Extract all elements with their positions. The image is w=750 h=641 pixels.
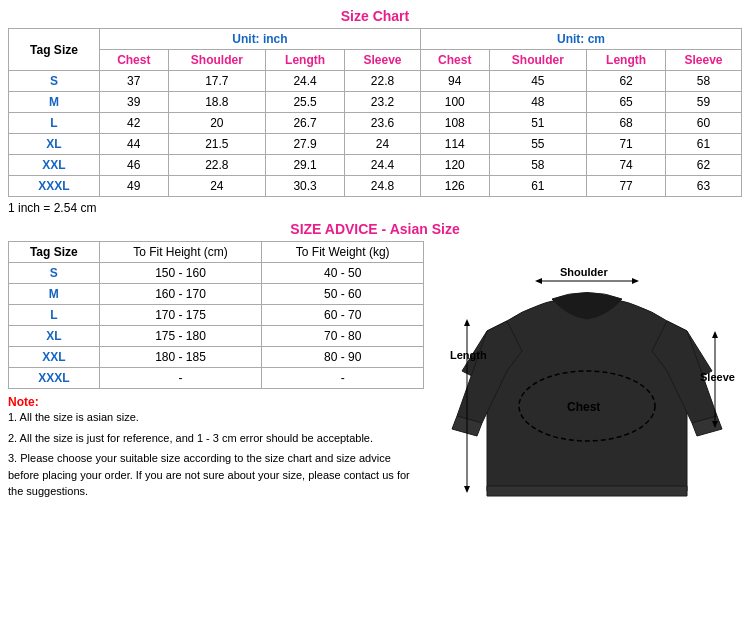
sweater-svg: Length Shoulder Chest Sleeve xyxy=(432,241,742,521)
cm-shoulder-cell: 61 xyxy=(489,176,587,197)
advice-weight-cell: - xyxy=(262,368,424,389)
advice-weight-cell: 80 - 90 xyxy=(262,347,424,368)
table-row: L 42 20 26.7 23.6 108 51 68 60 xyxy=(9,113,742,134)
notes-list: 1. All the size is asian size.2. All the… xyxy=(8,409,424,500)
inch-sleeve-cell: 23.6 xyxy=(345,113,421,134)
advice-tag-cell: S xyxy=(9,263,100,284)
one-inch-label: 1 inch = 2.54 cm xyxy=(8,201,742,215)
note-item: 1. All the size is asian size. xyxy=(8,409,424,426)
col-cm-shoulder: Shoulder xyxy=(489,50,587,71)
svg-marker-2 xyxy=(464,319,470,326)
table-row: XL 44 21.5 27.9 24 114 55 71 61 xyxy=(9,134,742,155)
size-advice-title: SIZE ADVICE - Asian Size xyxy=(8,221,742,237)
col-cm-sleeve: Sleeve xyxy=(666,50,742,71)
col-cm-length: Length xyxy=(587,50,666,71)
advice-tag-cell: XL xyxy=(9,326,100,347)
advice-tag-cell: XXL xyxy=(9,347,100,368)
cm-sleeve-cell: 60 xyxy=(666,113,742,134)
svg-marker-3 xyxy=(464,486,470,493)
inch-length-cell: 24.4 xyxy=(266,71,345,92)
inch-chest-cell: 39 xyxy=(99,92,168,113)
note-label: Note: xyxy=(8,395,39,409)
cm-length-cell: 71 xyxy=(587,134,666,155)
advice-weight-cell: 70 - 80 xyxy=(262,326,424,347)
col-inch-sleeve: Sleeve xyxy=(345,50,421,71)
tag-size-cell: S xyxy=(9,71,100,92)
advice-height-cell: 150 - 160 xyxy=(99,263,262,284)
left-section: Tag Size To Fit Height (cm) To Fit Weigh… xyxy=(8,241,424,521)
shoulder-diagram-label: Shoulder xyxy=(560,266,608,278)
inch-shoulder-cell: 18.8 xyxy=(168,92,266,113)
note-item: 3. Please choose your suitable size acco… xyxy=(8,450,424,500)
cm-shoulder-cell: 48 xyxy=(489,92,587,113)
unit-inch-header: Unit: inch xyxy=(99,29,420,50)
advice-row: XL 175 - 180 70 - 80 xyxy=(9,326,424,347)
inch-length-cell: 25.5 xyxy=(266,92,345,113)
advice-row: M 160 - 170 50 - 60 xyxy=(9,284,424,305)
tag-size-cell: L xyxy=(9,113,100,134)
cm-length-cell: 62 xyxy=(587,71,666,92)
advice-height-header: To Fit Height (cm) xyxy=(99,242,262,263)
inch-sleeve-cell: 24 xyxy=(345,134,421,155)
inch-shoulder-cell: 21.5 xyxy=(168,134,266,155)
advice-row: S 150 - 160 40 - 50 xyxy=(9,263,424,284)
bottom-section: Tag Size To Fit Height (cm) To Fit Weigh… xyxy=(8,241,742,521)
cm-shoulder-cell: 58 xyxy=(489,155,587,176)
col-inch-chest: Chest xyxy=(99,50,168,71)
inch-chest-cell: 44 xyxy=(99,134,168,155)
note-item: 2. All the size is just for reference, a… xyxy=(8,430,424,447)
inch-chest-cell: 42 xyxy=(99,113,168,134)
advice-tag-header: Tag Size xyxy=(9,242,100,263)
advice-height-cell: 160 - 170 xyxy=(99,284,262,305)
col-cm-chest: Chest xyxy=(420,50,489,71)
advice-tag-cell: L xyxy=(9,305,100,326)
cm-chest-cell: 100 xyxy=(420,92,489,113)
advice-row: L 170 - 175 60 - 70 xyxy=(9,305,424,326)
sweater-diagram: Length Shoulder Chest Sleeve xyxy=(432,241,742,521)
advice-table: Tag Size To Fit Height (cm) To Fit Weigh… xyxy=(8,241,424,389)
size-chart-title: Size Chart xyxy=(8,8,742,24)
cm-chest-cell: 120 xyxy=(420,155,489,176)
advice-tag-cell: M xyxy=(9,284,100,305)
inch-shoulder-cell: 22.8 xyxy=(168,155,266,176)
inch-sleeve-cell: 24.8 xyxy=(345,176,421,197)
cm-chest-cell: 114 xyxy=(420,134,489,155)
notes-section: Note: 1. All the size is asian size.2. A… xyxy=(8,395,424,500)
advice-weight-cell: 50 - 60 xyxy=(262,284,424,305)
cm-shoulder-cell: 45 xyxy=(489,71,587,92)
cm-sleeve-cell: 61 xyxy=(666,134,742,155)
cm-chest-cell: 94 xyxy=(420,71,489,92)
tag-size-cell: XXL xyxy=(9,155,100,176)
cm-shoulder-cell: 51 xyxy=(489,113,587,134)
table-row: S 37 17.7 24.4 22.8 94 45 62 58 xyxy=(9,71,742,92)
advice-weight-cell: 60 - 70 xyxy=(262,305,424,326)
advice-height-cell: 180 - 185 xyxy=(99,347,262,368)
unit-cm-header: Unit: cm xyxy=(420,29,741,50)
cm-chest-cell: 126 xyxy=(420,176,489,197)
cm-shoulder-cell: 55 xyxy=(489,134,587,155)
col-inch-length: Length xyxy=(266,50,345,71)
inch-chest-cell: 49 xyxy=(99,176,168,197)
table-row: XXL 46 22.8 29.1 24.4 120 58 74 62 xyxy=(9,155,742,176)
inch-shoulder-cell: 17.7 xyxy=(168,71,266,92)
inch-sleeve-cell: 22.8 xyxy=(345,71,421,92)
cm-sleeve-cell: 63 xyxy=(666,176,742,197)
cm-length-cell: 77 xyxy=(587,176,666,197)
tag-size-cell: XL xyxy=(9,134,100,155)
advice-row: XXL 180 - 185 80 - 90 xyxy=(9,347,424,368)
cm-length-cell: 68 xyxy=(587,113,666,134)
inch-shoulder-cell: 20 xyxy=(168,113,266,134)
size-chart-table: Tag Size Unit: inch Unit: cm Chest Shoul… xyxy=(8,28,742,197)
svg-marker-8 xyxy=(712,331,718,338)
cm-sleeve-cell: 62 xyxy=(666,155,742,176)
tag-size-cell: M xyxy=(9,92,100,113)
svg-marker-5 xyxy=(535,278,542,284)
advice-tag-cell: XXXL xyxy=(9,368,100,389)
inch-length-cell: 26.7 xyxy=(266,113,345,134)
length-label: Length xyxy=(450,349,487,361)
advice-height-cell: 175 - 180 xyxy=(99,326,262,347)
inch-shoulder-cell: 24 xyxy=(168,176,266,197)
inch-chest-cell: 46 xyxy=(99,155,168,176)
chest-diagram-label: Chest xyxy=(567,400,600,414)
advice-weight-cell: 40 - 50 xyxy=(262,263,424,284)
